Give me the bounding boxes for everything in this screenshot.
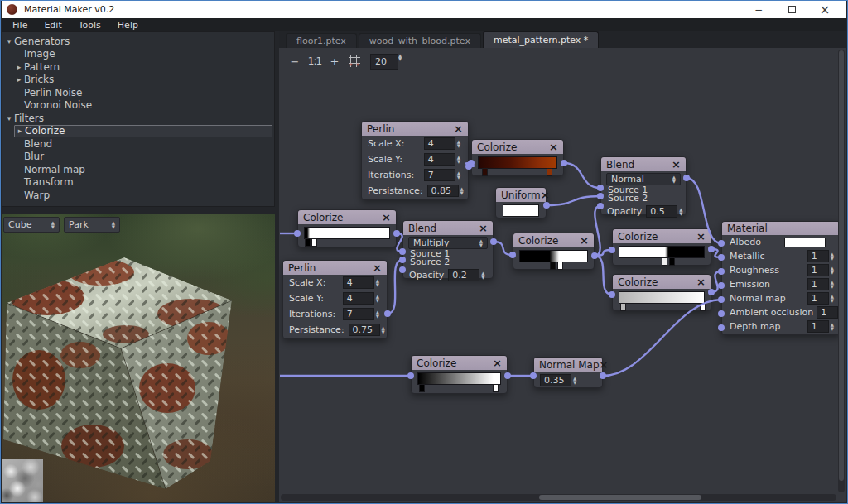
spin-value[interactable]: 4 (343, 292, 374, 305)
node-graph-canvas[interactable]: − 1:1 + 20 ▲▼ Perlin×Scale X:4▲▼Scale Y:… (279, 48, 846, 502)
node-title-bar[interactable]: Colorize× (412, 356, 507, 370)
gradient-bar[interactable] (619, 246, 705, 258)
spin-arrows-icon[interactable]: ▲▼ (571, 374, 578, 386)
albedo-color-swatch[interactable] (784, 238, 826, 247)
node-close-icon[interactable]: × (373, 262, 382, 273)
field-spinbox[interactable]: 4▲▼ (424, 137, 462, 150)
node-title-bar[interactable]: Perlin× (362, 122, 468, 136)
spin-arrows-icon[interactable]: ▲▼ (380, 324, 387, 336)
node-close-icon[interactable]: × (493, 358, 502, 368)
maximize-button[interactable] (775, 2, 808, 18)
field-spinbox[interactable]: 7▲▼ (424, 169, 462, 181)
gradient-editor[interactable] (478, 156, 557, 176)
gradient-stop-handle[interactable] (305, 238, 311, 247)
graph-vscrollbar[interactable] (838, 50, 845, 492)
close-button[interactable]: × (808, 2, 841, 18)
gradient-stop-handle[interactable] (557, 262, 563, 270)
graph-hscrollbar[interactable] (281, 494, 836, 501)
sidebar-item-colorize[interactable]: ▸Colorize (14, 125, 272, 138)
spin-arrows-icon[interactable]: ▲▼ (374, 292, 381, 305)
tree-down-arrow-icon[interactable]: ▾ (4, 114, 14, 122)
spin-arrows-icon[interactable]: ▲▼ (829, 278, 836, 290)
tree-right-arrow-icon[interactable]: ▸ (14, 75, 24, 84)
spin-arrows-icon[interactable]: ▲▼ (672, 175, 676, 183)
material-spinbox[interactable]: 1▲▼ (807, 320, 836, 333)
node-close-icon[interactable]: × (549, 142, 558, 152)
gradient-editor[interactable] (619, 291, 705, 311)
gradient-bar[interactable] (619, 291, 705, 304)
node-close-icon[interactable]: × (541, 190, 550, 200)
menu-edit[interactable]: Edit (36, 20, 69, 31)
node-title-bar[interactable]: Blend× (601, 157, 686, 171)
node-title-bar[interactable]: Blend× (403, 221, 493, 235)
graph-node-blend2[interactable]: Blend×Multiply▲▼Source 1Source 2Opacity0… (402, 220, 494, 279)
spin-value[interactable]: 1 (807, 278, 829, 290)
graph-node-material[interactable]: MaterialAlbedoMetallic1▲▼Roughness1▲▼Emi… (721, 221, 841, 335)
gradient-editor[interactable] (619, 246, 705, 266)
graph-node-colorizeD[interactable]: Colorize× (612, 228, 711, 266)
spin-arrows-icon[interactable]: ▲▼ (829, 292, 836, 305)
spin-arrows-icon[interactable]: ▲▼ (459, 185, 465, 197)
spin-value[interactable]: 4 (424, 153, 455, 166)
spin-arrows-icon[interactable]: ▲▼ (479, 269, 486, 281)
node-close-icon[interactable]: × (382, 212, 391, 223)
gradient-bar[interactable] (304, 227, 390, 239)
spin-value[interactable]: 1 (807, 320, 829, 333)
field-spinbox[interactable]: 0.75▲▼ (349, 324, 387, 336)
graph-node-colorizeF[interactable]: Colorize× (411, 355, 508, 394)
zoom-out-button[interactable]: − (287, 54, 302, 69)
sidebar-item-blend[interactable]: Blend (14, 137, 274, 151)
minimize-button[interactable]: − (742, 2, 775, 18)
graph-node-colorizeC[interactable]: Colorize× (513, 233, 595, 270)
spin-value[interactable]: 0.2 (448, 269, 479, 281)
spin-arrows-icon[interactable]: ▲▼ (479, 239, 483, 247)
spin-value[interactable]: 1 (817, 306, 838, 319)
preview-3d[interactable]: Cube ▲▼ Park ▲▼ (2, 214, 275, 502)
grid-size-spinbox[interactable]: 20 ▲▼ (370, 54, 402, 70)
material-spinbox[interactable]: 1▲▼ (807, 264, 836, 276)
gradient-stop-handle[interactable] (419, 384, 425, 392)
spin-value[interactable]: 4 (424, 137, 455, 150)
node-title-bar[interactable]: Colorize× (298, 210, 396, 224)
spin-value[interactable]: 0.85 (427, 185, 459, 197)
spin-arrows-icon[interactable]: ▲▼ (374, 276, 381, 289)
spin-arrows-icon[interactable]: ▲▼ (374, 308, 381, 320)
gradient-stop-handle[interactable] (547, 168, 552, 176)
node-close-icon[interactable]: × (600, 359, 609, 370)
node-close-icon[interactable]: × (580, 235, 589, 246)
spin-arrows-icon[interactable]: ▲▼ (455, 137, 462, 150)
tab-floor1-ptex[interactable]: floor1.ptex (286, 33, 357, 48)
zoom-in-button[interactable]: + (327, 54, 342, 69)
spin-value[interactable]: 4 (343, 276, 374, 289)
spin-value[interactable]: 1 (807, 250, 829, 262)
node-title-bar[interactable]: Normal Map× (534, 358, 602, 372)
node-title-bar[interactable]: Colorize× (513, 233, 594, 247)
gradient-editor[interactable] (417, 372, 501, 392)
spin-arrows-icon[interactable]: ▲▼ (455, 153, 462, 166)
spin-value[interactable]: 1 (807, 264, 829, 276)
sidebar-item-normal-map[interactable]: Normal map (14, 163, 274, 176)
sidebar-item-bricks[interactable]: ▸Bricks (14, 74, 274, 87)
field-spinbox[interactable]: 7▲▼ (343, 308, 381, 320)
graph-node-perlin1[interactable]: Perlin×Scale X:4▲▼Scale Y:4▲▼Iterations:… (361, 121, 469, 200)
sidebar-item-pattern[interactable]: ▸Pattern (14, 60, 274, 74)
blend-opacity-spinbox[interactable]: 0.2▲▼ (448, 269, 486, 281)
gradient-stop-handle[interactable] (550, 262, 556, 270)
node-title-bar[interactable]: Perlin× (283, 261, 387, 275)
node-title-bar[interactable]: Colorize× (613, 275, 711, 289)
field-spinbox[interactable]: 4▲▼ (343, 292, 381, 305)
node-title-bar[interactable]: Uniform× (496, 188, 546, 202)
node-close-icon[interactable]: × (696, 276, 706, 287)
menu-tools[interactable]: Tools (71, 20, 108, 31)
gradient-stop-handle[interactable] (493, 384, 499, 392)
spin-value[interactable]: 7 (424, 169, 455, 181)
preview-model-select[interactable]: Cube ▲▼ (3, 217, 60, 233)
sidebar-item-perlin-noise[interactable]: Perlin Noise (14, 86, 274, 99)
material-spinbox[interactable]: 1▲▼ (807, 250, 836, 262)
gradient-bar[interactable] (478, 156, 557, 169)
node-title-bar[interactable]: Colorize× (472, 140, 563, 154)
node-close-icon[interactable]: × (479, 223, 488, 233)
gradient-stop-handle[interactable] (700, 303, 706, 311)
gradient-editor[interactable] (304, 227, 390, 247)
graph-node-perlin2[interactable]: Perlin×Scale X:4▲▼Scale Y:4▲▼Iterations:… (282, 260, 388, 339)
